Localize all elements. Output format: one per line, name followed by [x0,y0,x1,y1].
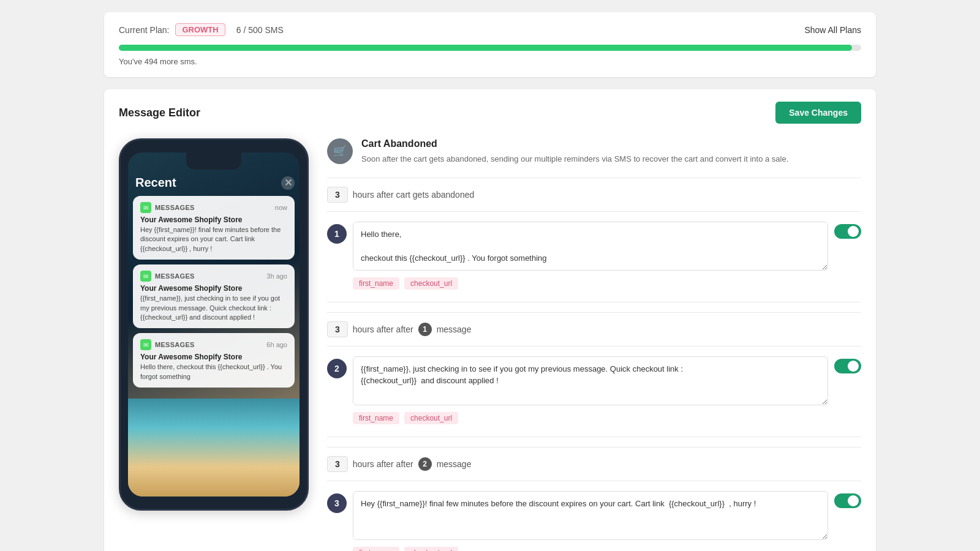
notification-item: ✉ MESSAGES 3h ago Your Awesome Shopify S… [133,264,295,328]
message-textarea-wrap-2: {{first_name}}, just checking in to see … [353,356,828,424]
plan-label: Current Plan: [119,25,169,35]
notif-time: now [275,204,287,211]
cart-description: Soon after the cart gets abandoned, send… [361,153,788,165]
tag-first-name-1[interactable]: first_name [353,277,399,290]
toggle-wrap-3 [834,493,861,508]
cart-abandoned-header: 🛒 Cart Abandoned Soon after the cart get… [327,138,861,165]
notification-item: ✉ MESSAGES now Your Awesome Shopify Stor… [133,196,295,260]
message-block-1: 1 Hello there, checkout this {{checkout_… [327,222,861,290]
tag-checkout-url-3[interactable]: checkout_url [404,547,458,552]
message-toggle-1[interactable] [834,224,861,239]
phone-notch [186,152,241,170]
plan-card: Current Plan: GROWTH 6 / 500 SMS Show Al… [104,12,876,77]
phone-preview-column: Recent ✕ ✉ MESSAGES now Your Aweso [119,138,309,551]
right-column: 🛒 Cart Abandoned Soon after the cart get… [327,138,861,551]
message-number-1: 1 [327,224,347,244]
message-block-3: 3 Hey {{first_name}}! final few minutes … [327,491,861,552]
message-tags-2: first_name checkout_url [353,412,828,424]
msg-badge-2: 1 [418,323,432,336]
messages-icon: ✉ [140,339,151,350]
notification-header: Recent ✕ [133,176,295,190]
message-textarea-wrap-3: Hey {{first_name}}! final few minutes be… [353,491,828,552]
phone-mockup: Recent ✕ ✉ MESSAGES now Your Aweso [119,138,309,511]
message-textarea-wrap-1: Hello there, checkout this {{checkout_ur… [353,222,828,290]
editor-body: Recent ✕ ✉ MESSAGES now Your Aweso [119,138,861,551]
progress-bar-background [119,45,861,51]
message-editor-card: Message Editor Save Changes Recent ✕ [104,89,876,551]
messages-icon: ✉ [140,271,151,282]
save-changes-button[interactable]: Save Changes [775,102,861,124]
close-icon[interactable]: ✕ [281,176,295,190]
notif-sender: Your Awesome Shopify Store [140,284,287,293]
editor-header: Message Editor Save Changes [119,102,861,124]
tag-first-name-3[interactable]: first_name [353,547,399,552]
notif-text: {{first_name}}, just checking in to see … [140,294,287,322]
message-tags-3: first_name checkout_url [353,547,828,552]
timing-number-1[interactable]: 3 [327,187,348,203]
message-with-toggle-2: 2 {{first_name}}, just checking in to se… [327,356,861,424]
tag-checkout-url-2[interactable]: checkout_url [404,412,458,424]
messages-icon: ✉ [140,202,151,213]
sms-remaining-text: You've 494 more sms. [119,57,861,66]
message-toggle-3[interactable] [834,493,861,508]
notif-sender: Your Awesome Shopify Store [140,353,287,361]
notif-text: Hello there, checkout this {{checkout_ur… [140,362,287,381]
phone-screen: Recent ✕ ✉ MESSAGES now Your Aweso [128,152,300,497]
progress-bar-fill [119,45,852,51]
message-with-toggle-3: 3 Hey {{first_name}}! final few minutes … [327,491,861,552]
message-textarea-2[interactable]: {{first_name}}, just checking in to see … [353,356,828,405]
timing-text-3a: hours after after [353,459,413,469]
notification-item: ✉ MESSAGES 6h ago Your Awesome Shopify S… [133,333,295,388]
notif-sender: Your Awesome Shopify Store [140,216,287,224]
timing-row-3: 3 hours after after 2 message [327,447,861,481]
notif-app-label: MESSAGES [155,204,275,211]
notif-time: 6h ago [266,341,287,348]
cart-heading: Cart Abandoned [361,138,788,149]
plan-badge: GROWTH [175,23,225,36]
notification-area: Recent ✕ ✉ MESSAGES now Your Aweso [128,170,300,399]
notif-time: 3h ago [266,272,287,280]
msg-badge-3: 2 [418,457,432,471]
message-textarea-3[interactable]: Hey {{first_name}}! final few minutes be… [353,491,828,540]
notif-app-label: MESSAGES [155,272,266,280]
message-with-toggle-1: 1 Hello there, checkout this {{checkout_… [327,222,861,290]
message-number-2: 2 [327,359,347,378]
cart-icon: 🛒 [327,138,353,164]
message-number-3: 3 [327,493,347,513]
timing-text-2b: message [437,324,472,334]
editor-title: Message Editor [119,107,200,119]
recent-label: Recent [135,176,176,190]
cart-info: Cart Abandoned Soon after the cart gets … [361,138,788,165]
notif-app-label: MESSAGES [155,341,266,348]
notif-text: Hey {{first_name}}! final few minutes be… [140,225,287,253]
tag-checkout-url-1[interactable]: checkout_url [404,277,458,290]
message-toggle-2[interactable] [834,359,861,373]
timing-row-2: 3 hours after after 1 message [327,312,861,347]
message-block-2: 2 {{first_name}}, just checking in to se… [327,356,861,424]
timing-text-2a: hours after after [353,324,413,334]
timing-row-1: 3 hours after cart gets abandoned [327,178,861,212]
tag-first-name-2[interactable]: first_name [353,412,399,424]
timing-text-1: hours after cart gets abandoned [353,190,474,200]
beach-background [128,399,300,497]
timing-number-2[interactable]: 3 [327,321,348,337]
message-tags-1: first_name checkout_url [353,277,828,290]
timing-number-3[interactable]: 3 [327,456,348,472]
timing-text-3b: message [437,459,472,469]
show-all-plans-link[interactable]: Show All Plans [804,25,861,35]
sms-count: 6 / 500 SMS [236,25,805,35]
toggle-wrap-2 [834,359,861,373]
toggle-wrap-1 [834,224,861,239]
message-textarea-1[interactable]: Hello there, checkout this {{checkout_ur… [353,222,828,271]
